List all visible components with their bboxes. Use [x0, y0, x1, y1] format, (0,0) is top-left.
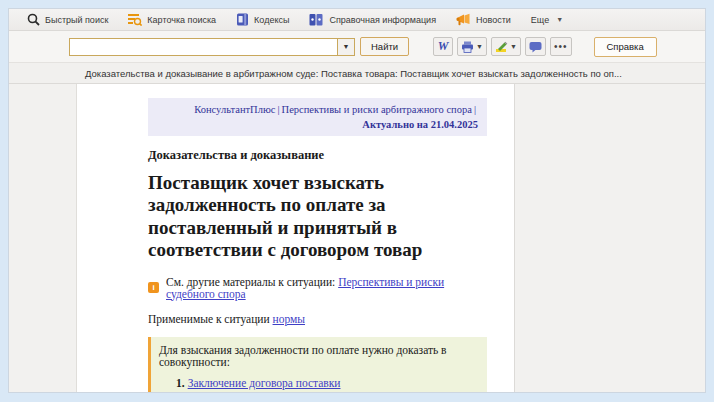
search-input[interactable] — [69, 38, 337, 56]
document-header-banner: КонсультантПлюс|Перспективы и риски арби… — [148, 98, 487, 136]
norms-link[interactable]: нормы — [273, 313, 305, 325]
chevron-down-icon: ▼ — [510, 43, 517, 50]
document-panel: КонсультантПлюс|Перспективы и риски арби… — [76, 84, 515, 392]
magnifier-icon — [27, 13, 40, 26]
news-megaphone-icon — [456, 13, 471, 26]
toolbar-button-more[interactable]: Еще ▼ — [523, 13, 571, 27]
norms-line: Применимые к ситуации нормы — [148, 313, 487, 325]
see-also-prefix: См. другие материалы к ситуации: — [166, 276, 338, 288]
norms-prefix: Применимые к ситуации — [148, 313, 273, 325]
breadcrumb[interactable]: Доказательства и доказывание в арбитражн… — [85, 68, 622, 79]
toolbar-label: Еще — [531, 15, 549, 25]
ellipsis-icon: ••• — [554, 44, 568, 50]
info-icon: i — [148, 282, 159, 293]
export-word-button[interactable]: W — [433, 37, 453, 56]
chevron-down-icon: ▼ — [476, 43, 483, 50]
search-toolbar: ▼ Найти W ▼ ▼ — [9, 31, 705, 63]
codes-book-icon — [236, 13, 249, 26]
item-number: 1. — [176, 377, 185, 389]
list-item: 1.Заключение договора поставки — [176, 377, 477, 389]
actual-date-label: Актуально на 21.04.2025 — [362, 119, 478, 130]
marker-icon — [495, 41, 508, 53]
reference-binders-icon — [309, 13, 324, 26]
page-title: Поставщик хочет взыскать задолженность п… — [148, 172, 478, 260]
search-card-icon — [128, 13, 142, 26]
consultantplus-window: Быстрый поиск Карточка поиска Кодексы Сп… — [8, 8, 706, 393]
toolbar-label: Справочная информация — [329, 15, 436, 25]
toolbar-button-quick-search[interactable]: Быстрый поиск — [19, 11, 116, 28]
toolbar-button-codes[interactable]: Кодексы — [228, 11, 297, 28]
breadcrumb-bar: Доказательства и доказывание в арбитражн… — [9, 63, 705, 84]
section-title: Доказательства и доказывание — [148, 148, 487, 163]
word-icon: W — [438, 39, 449, 54]
brand-label: КонсультантПлюс — [194, 104, 275, 115]
main-toolbar: Быстрый поиск Карточка поиска Кодексы Сп… — [9, 9, 705, 31]
proof-intro: Для взыскания задолженности по оплате ну… — [159, 344, 477, 368]
desktop-background: Быстрый поиск Карточка поиска Кодексы Сп… — [0, 0, 714, 402]
find-button[interactable]: Найти — [360, 37, 409, 56]
highlight-marker-button[interactable]: ▼ — [491, 37, 521, 56]
printer-icon — [461, 41, 474, 53]
chevron-down-icon: ▼ — [556, 16, 563, 23]
toolbar-button-search-card[interactable]: Карточка поиска — [120, 11, 224, 28]
proof-requirements-box: Для взыскания задолженности по оплате ну… — [148, 337, 487, 392]
see-also-text: См. другие материалы к ситуации: Перспек… — [166, 276, 487, 300]
document-tools: W ▼ ▼ — [433, 37, 571, 56]
toolbar-label: Кодексы — [254, 15, 289, 25]
toolbar-label: Быстрый поиск — [45, 15, 108, 25]
help-button[interactable]: Справка — [594, 37, 657, 57]
speech-bubble-icon — [529, 41, 542, 53]
see-also-line: i См. другие материалы к ситуации: Персп… — [148, 276, 487, 300]
more-tools-button[interactable]: ••• — [550, 37, 572, 56]
separator: | — [472, 104, 478, 115]
print-button[interactable]: ▼ — [457, 37, 487, 56]
proof-link-contract[interactable]: Заключение договора поставки — [188, 377, 341, 389]
toolbar-label: Карточка поиска — [147, 15, 216, 25]
search-combo: ▼ — [69, 38, 355, 56]
doc-type-label: Перспективы и риски арбитражного спора — [282, 104, 472, 115]
comment-button[interactable] — [525, 37, 546, 56]
toolbar-button-news[interactable]: Новости — [448, 11, 519, 28]
toolbar-label: Новости — [476, 15, 511, 25]
toolbar-button-reference-info[interactable]: Справочная информация — [301, 11, 444, 28]
content-region: КонсультантПлюс|Перспективы и риски арби… — [9, 84, 705, 392]
search-history-dropdown[interactable]: ▼ — [337, 38, 355, 56]
